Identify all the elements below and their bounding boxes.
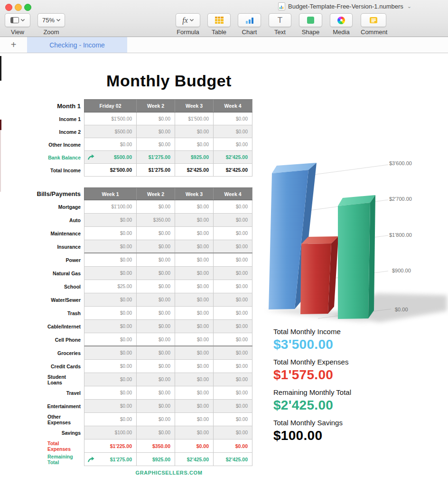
- row-label[interactable]: Trash: [47, 307, 84, 320]
- table-cell[interactable]: $1'500.00: [175, 112, 214, 125]
- row-label[interactable]: Auto: [47, 214, 84, 227]
- media-button[interactable]: [330, 13, 353, 27]
- table-cell[interactable]: $0.00: [137, 386, 175, 399]
- row-label[interactable]: Cable/Internet: [47, 320, 84, 333]
- table-cell[interactable]: $0.00: [84, 360, 137, 373]
- table-cell[interactable]: $0.00: [137, 426, 175, 439]
- table-cell[interactable]: $0.00: [84, 320, 137, 333]
- row-label[interactable]: School: [47, 280, 84, 293]
- table-cell[interactable]: $0.00: [137, 200, 175, 213]
- table-cell[interactable]: $0.00: [137, 253, 175, 266]
- bar-remaining-monthly-total[interactable]: [338, 195, 375, 319]
- summary-item[interactable]: Total Monthly Savings $100.00: [273, 419, 430, 443]
- row-label[interactable]: Entertainment: [47, 400, 84, 413]
- shape-button[interactable]: [299, 13, 322, 27]
- table-cell[interactable]: $0.00: [137, 373, 175, 386]
- column-header[interactable]: Friday 02: [84, 100, 137, 112]
- summary-item[interactable]: Total Monthly Expenses $1'575.00: [273, 358, 430, 383]
- table-cell[interactable]: $0.00: [137, 360, 175, 373]
- table-cell[interactable]: $0.00: [84, 138, 137, 150]
- row-label[interactable]: Savings: [47, 426, 84, 439]
- table-cell[interactable]: $0.00: [84, 227, 137, 240]
- table-cell[interactable]: $0.00: [214, 293, 252, 306]
- table-cell[interactable]: $0.00: [137, 307, 175, 319]
- row-label[interactable]: Other Income: [47, 138, 84, 151]
- column-header[interactable]: Week 2: [137, 188, 175, 200]
- table-cell[interactable]: $0.00: [175, 413, 214, 426]
- table-cell[interactable]: $0.00: [214, 214, 252, 226]
- row-label[interactable]: Total Income: [47, 164, 84, 177]
- table-cell[interactable]: $0.00: [175, 240, 214, 252]
- table-cell[interactable]: $1'225.00: [84, 439, 137, 452]
- row-label[interactable]: Natural Gas: [47, 267, 84, 280]
- summary-item[interactable]: Remaining Monthly Total $2'425.00: [273, 388, 430, 413]
- table-cell[interactable]: $0.00: [214, 439, 252, 452]
- table-cell[interactable]: $0.00: [214, 125, 252, 138]
- table-cell[interactable]: $2'500.00: [84, 164, 137, 176]
- table-cell[interactable]: $0.00: [214, 373, 252, 386]
- table-cell[interactable]: $0.00: [175, 307, 214, 319]
- title-chevron-down-icon[interactable]: ⌄: [407, 3, 411, 9]
- table-cell[interactable]: $0.00: [214, 138, 252, 150]
- table-corner-label[interactable]: Month 1: [47, 99, 84, 112]
- row-label[interactable]: Remaining Total: [47, 453, 84, 466]
- table-cell[interactable]: $0.00: [175, 138, 214, 150]
- table-cell[interactable]: $0.00: [137, 138, 175, 150]
- table-cell[interactable]: $2'425.00: [175, 453, 214, 466]
- table-cell[interactable]: $0.00: [214, 240, 252, 252]
- row-label[interactable]: Maintenance: [47, 227, 84, 240]
- table-cell[interactable]: $100.00: [84, 426, 137, 439]
- column-header[interactable]: Week 2: [137, 100, 175, 112]
- table-cell[interactable]: $2'425.00: [214, 164, 252, 176]
- close-window-button[interactable]: [5, 4, 12, 11]
- table-cell[interactable]: $0.00: [84, 307, 137, 319]
- table-cell[interactable]: $0.00: [214, 400, 252, 412]
- table-cell[interactable]: $925.00: [175, 151, 214, 163]
- bar-total-monthly-expenses[interactable]: [300, 236, 338, 314]
- table-cell[interactable]: $0.00: [84, 373, 137, 386]
- table-button[interactable]: [207, 13, 231, 27]
- table-cell[interactable]: $2'425.00: [214, 453, 252, 466]
- zoom-window-button[interactable]: [24, 4, 31, 11]
- table-cell[interactable]: $0.00: [175, 227, 214, 240]
- table-cell[interactable]: $0.00: [84, 333, 137, 346]
- table-cell[interactable]: $0.00: [214, 386, 252, 399]
- table-cell[interactable]: $0.00: [137, 112, 175, 125]
- column-header[interactable]: Week 3: [175, 188, 214, 200]
- row-label[interactable]: Power: [47, 253, 84, 267]
- table-cell[interactable]: $350.00: [137, 214, 175, 226]
- table-cell[interactable]: $500.00: [84, 151, 137, 163]
- column-header[interactable]: Week 1: [84, 188, 137, 200]
- table-cell[interactable]: $0.00: [175, 426, 214, 439]
- table-cell[interactable]: $1'275.00: [137, 164, 175, 176]
- table-cell[interactable]: $25.00: [84, 280, 137, 293]
- add-sheet-button[interactable]: +: [0, 37, 27, 53]
- table-cell[interactable]: $0.00: [214, 333, 252, 346]
- table-cell[interactable]: $0.00: [137, 267, 175, 280]
- text-button[interactable]: T: [269, 13, 291, 27]
- table-cell[interactable]: $0.00: [84, 253, 137, 266]
- table-cell[interactable]: $0.00: [175, 386, 214, 399]
- table-cell[interactable]: $0.00: [84, 400, 137, 412]
- table-cell[interactable]: $925.00: [137, 453, 175, 466]
- table-cell[interactable]: $0.00: [214, 360, 252, 373]
- table-cell[interactable]: $0.00: [175, 439, 214, 452]
- table-cell[interactable]: $0.00: [175, 400, 214, 412]
- table-cell[interactable]: $0.00: [214, 280, 252, 293]
- row-label[interactable]: Groceries: [47, 346, 84, 360]
- column-header[interactable]: Week 4: [214, 100, 252, 112]
- table-cell[interactable]: $0.00: [214, 267, 252, 280]
- row-label[interactable]: Mortgage: [47, 200, 84, 214]
- table-cell[interactable]: $0.00: [214, 200, 252, 213]
- comment-button[interactable]: [361, 13, 386, 27]
- table-cell[interactable]: $0.00: [137, 400, 175, 412]
- table-cell[interactable]: $0.00: [175, 253, 214, 266]
- table-cell[interactable]: $0.00: [175, 280, 214, 293]
- row-label[interactable]: Water/Sewer: [47, 293, 84, 307]
- table-cell[interactable]: $0.00: [175, 214, 214, 226]
- table-cell[interactable]: $0.00: [84, 413, 137, 426]
- table-cell[interactable]: $1'275.00: [84, 453, 137, 466]
- table-cell[interactable]: $0.00: [214, 426, 252, 439]
- table-cell[interactable]: $1'100.00: [84, 200, 137, 213]
- table-cell[interactable]: $0.00: [214, 253, 252, 266]
